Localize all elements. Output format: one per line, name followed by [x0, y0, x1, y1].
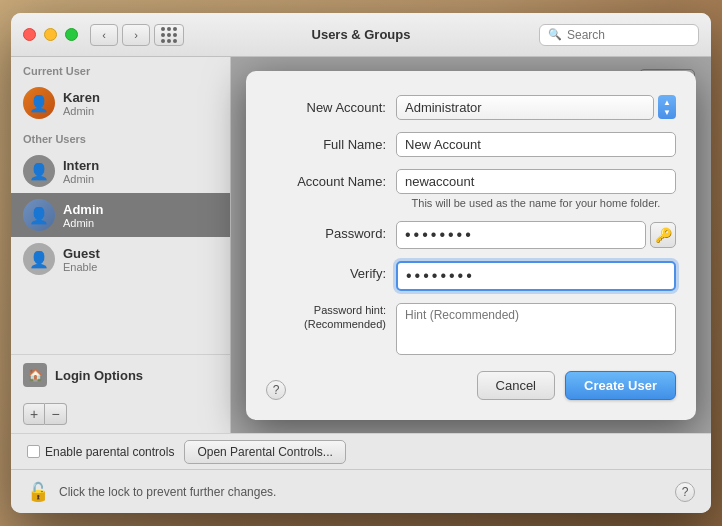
sidebar-label-internet: Intern [63, 158, 218, 173]
password-key-button[interactable]: 🔑 [650, 222, 676, 248]
create-user-button[interactable]: Create User [565, 371, 676, 400]
traffic-lights [23, 28, 78, 41]
lock-container[interactable]: 🔓 [27, 481, 49, 503]
password-input[interactable] [396, 221, 646, 249]
close-button[interactable] [23, 28, 36, 41]
grid-button[interactable] [154, 24, 184, 46]
avatar-internet: 👤 [23, 155, 55, 187]
sidebar-label-karen: Karen [63, 90, 218, 105]
verify-input[interactable] [396, 261, 676, 291]
password-row: 🔑 [396, 221, 676, 249]
password-hint-sublabel: (Recommended) [266, 317, 386, 331]
form-row-full-name: Full Name: [266, 132, 676, 157]
avatar-karen: 👤 [23, 87, 55, 119]
search-bar[interactable]: 🔍 [539, 24, 699, 46]
form-row-password: Password: 🔑 [266, 221, 676, 249]
account-name-label: Account Name: [266, 169, 396, 191]
full-name-label: Full Name: [266, 132, 396, 154]
password-hint-textarea[interactable] [396, 303, 676, 355]
password-hint-label-text: Password hint: [266, 303, 386, 317]
sidebar-text-admin: Admin Admin [63, 202, 218, 229]
sidebar-label-admin: Admin [63, 202, 218, 217]
parental-controls-checkbox[interactable] [27, 445, 40, 458]
account-name-hint: This will be used as the name for your h… [396, 197, 676, 209]
sidebar-text-guest: Guest Enable [63, 246, 218, 273]
password-control: 🔑 [396, 221, 676, 249]
sidebar-item-guest[interactable]: 👤 Guest Enable [11, 237, 230, 281]
window-title: Users & Groups [312, 27, 411, 42]
sidebar-bottom: 🏠 Login Options + − [11, 354, 230, 433]
sidebar-text-internet: Intern Admin [63, 158, 218, 185]
select-arrows-icon[interactable]: ▲ ▼ [658, 95, 676, 119]
search-input[interactable] [567, 28, 690, 42]
sidebar-item-admin[interactable]: 👤 Admin Admin [11, 193, 230, 237]
sidebar-label-guest: Guest [63, 246, 218, 261]
maximize-button[interactable] [65, 28, 78, 41]
main-content: ord... New Account: Administrator [231, 57, 711, 433]
avatar-admin: 👤 [23, 199, 55, 231]
sidebar-item-internet[interactable]: 👤 Intern Admin [11, 149, 230, 193]
help-button[interactable]: ? [675, 482, 695, 502]
nav-buttons: ‹ › [90, 24, 150, 46]
lock-help-text: Click the lock to prevent further change… [59, 485, 276, 499]
account-name-control: This will be used as the name for your h… [396, 169, 676, 209]
form-row-verify: Verify: [266, 261, 676, 291]
main-window: ‹ › Users & Groups 🔍 Current User 👤 [11, 13, 711, 513]
modal-footer: ? Cancel Create User [266, 371, 676, 400]
other-users-label: Other Users [11, 125, 230, 149]
login-options-icon: 🏠 [23, 363, 47, 387]
login-options-label: Login Options [55, 368, 143, 383]
form-row-hint: Password hint: (Recommended) [266, 303, 676, 355]
lock-icon[interactable]: 🔓 [27, 481, 49, 503]
sidebar-sublabel-admin: Admin [63, 217, 218, 229]
verify-control [396, 261, 676, 291]
account-type-control: Administrator ▲ ▼ [396, 95, 676, 120]
title-bar: ‹ › Users & Groups 🔍 [11, 13, 711, 57]
new-account-label: New Account: [266, 95, 396, 117]
sidebar-text-karen: Karen Admin [63, 90, 218, 117]
bottom-bar: 🔓 Click the lock to prevent further chan… [11, 469, 711, 513]
login-options-item[interactable]: 🏠 Login Options [11, 354, 230, 395]
search-icon: 🔍 [548, 28, 562, 41]
parental-controls-checkbox-label[interactable]: Enable parental controls [27, 445, 174, 459]
verify-label: Verify: [266, 261, 396, 283]
remove-user-button[interactable]: − [45, 403, 67, 425]
modal-help-button[interactable]: ? [266, 380, 286, 400]
sidebar-controls: + − [11, 395, 230, 433]
current-user-label: Current User [11, 57, 230, 81]
sidebar-sublabel-guest: Enable [63, 261, 218, 273]
avatar-guest: 👤 [23, 243, 55, 275]
full-name-control [396, 132, 676, 157]
add-user-button[interactable]: + [23, 403, 45, 425]
forward-button[interactable]: › [122, 24, 150, 46]
parental-controls-bar: Enable parental controls Open Parental C… [11, 433, 711, 469]
content-area: Current User 👤 Karen Admin Other Users 👤… [11, 57, 711, 433]
password-hint-label: Password hint: (Recommended) [266, 303, 396, 332]
open-parental-controls-button[interactable]: Open Parental Controls... [184, 440, 345, 464]
account-name-input[interactable] [396, 169, 676, 194]
form-row-account-type: New Account: Administrator ▲ ▼ [266, 95, 676, 120]
modal-overlay: New Account: Administrator ▲ ▼ [231, 57, 711, 433]
cancel-button[interactable]: Cancel [477, 371, 555, 400]
select-container: Administrator ▲ ▼ [396, 95, 676, 120]
minimize-button[interactable] [44, 28, 57, 41]
sidebar-sublabel-internet: Admin [63, 173, 218, 185]
back-button[interactable]: ‹ [90, 24, 118, 46]
password-label: Password: [266, 221, 396, 243]
form-row-account-name: Account Name: This will be used as the n… [266, 169, 676, 209]
hint-control [396, 303, 676, 355]
sidebar-sublabel-karen: Admin [63, 105, 218, 117]
modal-dialog: New Account: Administrator ▲ ▼ [246, 71, 696, 420]
full-name-input[interactable] [396, 132, 676, 157]
sidebar-item-karen[interactable]: 👤 Karen Admin [11, 81, 230, 125]
account-type-select[interactable]: Administrator [396, 95, 654, 120]
parental-controls-label: Enable parental controls [45, 445, 174, 459]
sidebar: Current User 👤 Karen Admin Other Users 👤… [11, 57, 231, 433]
